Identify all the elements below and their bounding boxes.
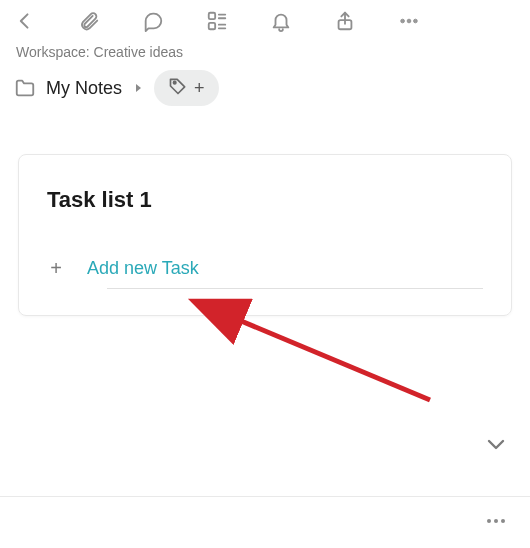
plus-icon: + <box>47 257 65 280</box>
add-tag-button[interactable]: + <box>154 70 219 106</box>
svg-rect-0 <box>209 13 215 19</box>
more-icon[interactable] <box>396 8 422 34</box>
svg-point-13 <box>494 519 498 523</box>
add-task-label: Add new Task <box>87 258 483 279</box>
svg-rect-1 <box>209 23 215 29</box>
svg-point-11 <box>173 81 176 84</box>
tasklist-title[interactable]: Task list 1 <box>47 187 483 213</box>
blocks-icon[interactable] <box>204 8 230 34</box>
note-title[interactable]: My Notes <box>46 78 122 99</box>
tasklist-card: Task list 1 + Add new Task <box>18 154 512 316</box>
svg-point-8 <box>407 19 411 23</box>
share-icon[interactable] <box>332 8 358 34</box>
svg-point-12 <box>487 519 491 523</box>
footer-more-icon[interactable] <box>484 509 508 537</box>
add-task-button[interactable]: + Add new Task <box>47 257 483 288</box>
notification-bell-icon[interactable] <box>268 8 294 34</box>
tag-icon <box>168 76 188 100</box>
footer-bar <box>0 496 530 548</box>
back-button[interactable] <box>12 8 38 34</box>
collapse-chevron-icon[interactable] <box>484 432 508 460</box>
svg-point-9 <box>414 19 418 23</box>
add-tag-plus: + <box>194 78 205 99</box>
breadcrumb: My Notes + <box>0 66 530 124</box>
folder-icon <box>14 77 36 99</box>
breadcrumb-chevron-icon[interactable] <box>132 82 144 94</box>
svg-line-16 <box>234 318 430 400</box>
svg-point-14 <box>501 519 505 523</box>
divider <box>107 288 483 289</box>
attach-icon[interactable] <box>76 8 102 34</box>
workspace-label: Workspace: Creative ideas <box>0 38 530 66</box>
comment-icon[interactable] <box>140 8 166 34</box>
svg-point-7 <box>401 19 405 23</box>
svg-marker-10 <box>136 84 141 92</box>
